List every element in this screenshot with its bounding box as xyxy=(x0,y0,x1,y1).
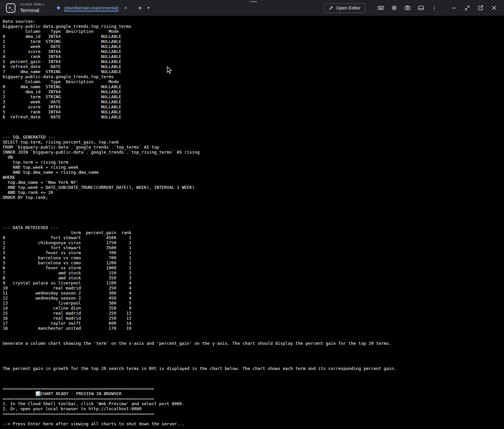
more-options-icon: ⋮ xyxy=(432,5,437,11)
open-editor-label: Open Editor xyxy=(336,5,360,10)
open-in-new-icon xyxy=(478,5,484,11)
gear-icon xyxy=(391,5,397,11)
cloud-shell-logo-icon: >_ xyxy=(6,3,15,13)
brand-block: CLOUD SHELL Terminal xyxy=(20,3,45,13)
collapse-button[interactable] xyxy=(460,1,474,15)
terminal[interactable]: Data sources: bigquery-public-data.googl… xyxy=(0,16,504,429)
minimize-button[interactable] xyxy=(447,1,460,15)
terminal-label: Terminal xyxy=(20,8,45,13)
close-tab-icon[interactable]: × xyxy=(123,4,129,11)
terminal-output[interactable]: Data sources: bigquery-public-data.googl… xyxy=(3,19,501,426)
close-icon xyxy=(491,5,497,11)
titlebar: >_ CLOUD SHELL Terminal (davidtamaki-exp… xyxy=(0,0,504,16)
cloud-shell-label: CLOUD SHELL xyxy=(20,3,45,6)
spark-icon xyxy=(56,5,61,11)
more-options-button[interactable]: ⋮ xyxy=(428,1,441,15)
drag-handle[interactable] xyxy=(250,1,257,2)
toggle-panel-button[interactable] xyxy=(414,1,428,15)
pencil-icon xyxy=(329,5,334,10)
screenshot-button[interactable] xyxy=(401,1,414,15)
settings-button[interactable] xyxy=(387,1,401,15)
close-window-button[interactable] xyxy=(487,1,501,15)
cloud-shell-logo-glyph: >_ xyxy=(9,5,13,10)
collapse-icon xyxy=(464,5,470,11)
open-editor-button[interactable]: Open Editor xyxy=(324,3,365,13)
panel-icon xyxy=(418,5,424,11)
tab-label: (davidtamaki-experimental) xyxy=(64,5,119,10)
titlebar-left: >_ CLOUD SHELL Terminal (davidtamaki-exp… xyxy=(0,0,151,16)
keyboard-icon xyxy=(378,5,384,11)
new-tab-button[interactable]: + xyxy=(137,4,144,11)
camera-icon xyxy=(404,5,411,11)
minimize-icon xyxy=(451,5,457,11)
titlebar-right: Open Editor xyxy=(324,0,501,16)
open-in-new-window-button[interactable] xyxy=(474,1,487,15)
keyboard-button[interactable] xyxy=(374,1,387,15)
tab-list-dropdown-icon[interactable]: ▾ xyxy=(146,6,151,10)
tab-davidtamaki-experimental[interactable]: (davidtamaki-experimental) × xyxy=(52,0,132,16)
